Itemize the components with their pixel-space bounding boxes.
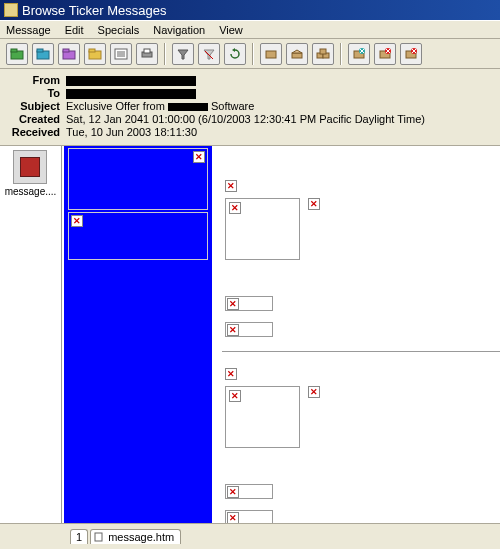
menu-bar: Message Edit Specials Navigation View [0, 20, 500, 39]
title-bar: Browse Ticker Messages [0, 0, 500, 20]
blue-inner-box: ✕ [68, 148, 208, 210]
subject-label: Subject [4, 100, 60, 112]
svg-rect-23 [320, 49, 326, 54]
broken-image-icon: ✕ [308, 386, 320, 398]
toolbar-separator [340, 43, 342, 65]
work-area: message.... ✕ ✕ ✕ ✕ ✕ ✕ ✕ ✕ ✕ ✕ [0, 146, 500, 534]
created-label: Created [4, 113, 60, 125]
toolbar-separator [164, 43, 166, 65]
attachment-label: message.... [5, 186, 57, 197]
toolbar-separator [252, 43, 254, 65]
blue-inner-box: ✕ [68, 212, 208, 260]
box-x-red-icon[interactable] [374, 43, 396, 65]
received-label: Received [4, 126, 60, 138]
list-icon[interactable] [110, 43, 132, 65]
svg-rect-1 [11, 49, 17, 52]
menu-view[interactable]: View [219, 24, 243, 36]
svg-rect-19 [292, 53, 302, 58]
created-value: Sat, 12 Jan 2041 01:00:00 (6/10/2003 12:… [66, 113, 492, 125]
subject-value: Exclusive Offer from Software [66, 100, 492, 112]
box-x-teal-icon[interactable] [348, 43, 370, 65]
broken-image-icon: ✕ [193, 151, 205, 163]
svg-marker-17 [232, 48, 235, 52]
app-icon [4, 3, 18, 17]
window-title: Browse Ticker Messages [22, 3, 167, 18]
redacted-text [66, 89, 196, 99]
broken-image-icon: ✕ [227, 324, 239, 336]
broken-image-icon: ✕ [227, 486, 239, 498]
redacted-text [168, 103, 208, 111]
svg-rect-18 [266, 51, 276, 58]
broken-image-icon: ✕ [227, 298, 239, 310]
broken-image-icon: ✕ [71, 215, 83, 227]
filter-clear-icon[interactable] [198, 43, 220, 65]
folder-purple-icon[interactable] [58, 43, 80, 65]
preview-pane[interactable]: ✕ ✕ ✕ ✕ ✕ ✕ ✕ ✕ ✕ ✕ ✕ ✕ [62, 146, 500, 534]
image-placeholder: ✕ [225, 322, 273, 337]
to-label: To [4, 87, 60, 99]
box-stacked-icon[interactable] [312, 43, 334, 65]
filter-icon[interactable] [172, 43, 194, 65]
image-placeholder: ✕ [225, 386, 300, 448]
message-headers: From To Subject Exclusive Offer from Sof… [0, 69, 500, 146]
broken-image-icon: ✕ [229, 390, 241, 402]
divider [222, 351, 500, 352]
box-open-icon[interactable] [286, 43, 308, 65]
attachment-sidebar: message.... [0, 146, 62, 534]
from-label: From [4, 74, 60, 86]
folder-green-icon[interactable] [6, 43, 28, 65]
svg-rect-36 [95, 533, 102, 541]
broken-image-icon: ✕ [308, 198, 320, 210]
attachment-icon [13, 150, 47, 184]
toolbar [0, 39, 500, 69]
tab-index[interactable]: 1 [70, 529, 88, 544]
svg-rect-13 [144, 49, 150, 53]
menu-navigation[interactable]: Navigation [153, 24, 205, 36]
box-x-red2-icon[interactable] [400, 43, 422, 65]
svg-rect-7 [89, 49, 95, 52]
svg-marker-20 [292, 50, 302, 53]
svg-rect-3 [37, 49, 43, 52]
svg-marker-14 [178, 50, 188, 59]
print-icon[interactable] [136, 43, 158, 65]
svg-rect-5 [63, 49, 69, 52]
tab-label: message.htm [108, 531, 174, 543]
folder-yellow-icon[interactable] [84, 43, 106, 65]
box-icon[interactable] [260, 43, 282, 65]
blue-panel: ✕ ✕ [64, 146, 212, 534]
broken-image-icon: ✕ [225, 180, 237, 192]
attachment-thumb[interactable]: message.... [5, 150, 57, 197]
to-value [66, 87, 492, 99]
refresh-icon[interactable] [224, 43, 246, 65]
folder-cyan-icon[interactable] [32, 43, 54, 65]
tab-message-htm[interactable]: message.htm [90, 529, 181, 544]
from-value [66, 74, 492, 86]
broken-image-icon: ✕ [225, 368, 237, 380]
image-placeholder: ✕ [225, 198, 300, 260]
status-bar: 1 message.htm [0, 523, 500, 549]
file-icon [94, 532, 104, 542]
image-placeholder: ✕ [225, 296, 273, 311]
redacted-text [66, 76, 196, 86]
menu-edit[interactable]: Edit [65, 24, 84, 36]
menu-specials[interactable]: Specials [98, 24, 140, 36]
broken-image-icon: ✕ [229, 202, 241, 214]
received-value: Tue, 10 Jun 2003 18:11:30 [66, 126, 492, 138]
menu-message[interactable]: Message [6, 24, 51, 36]
image-placeholder: ✕ [225, 484, 273, 499]
